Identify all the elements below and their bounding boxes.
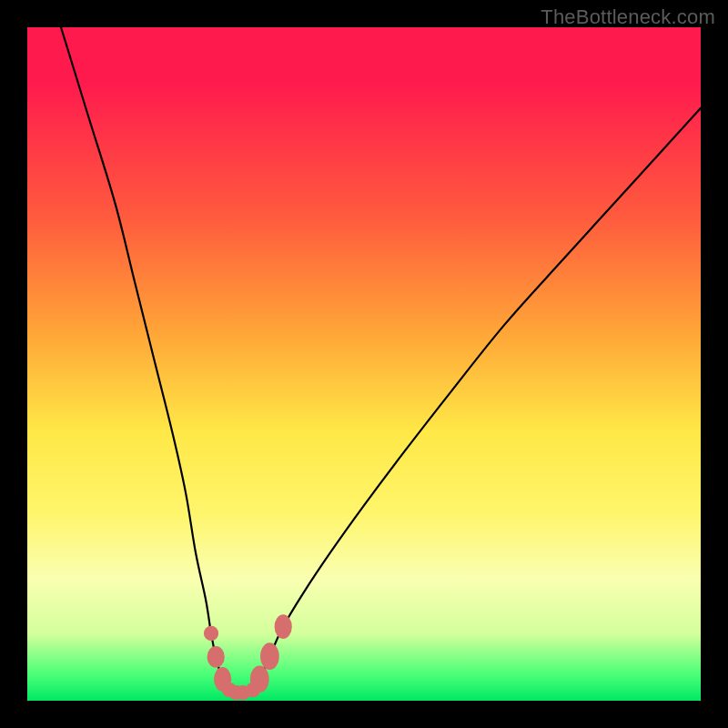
bottleneck-curve — [61, 27, 701, 693]
chart-frame: TheBottleneck.com — [0, 0, 728, 728]
plot-area — [27, 27, 701, 701]
chart-svg — [27, 27, 701, 701]
watermark-text: TheBottleneck.com — [541, 5, 715, 29]
markers-group — [204, 614, 292, 700]
marker-left-upper — [204, 626, 218, 641]
marker-right-low — [250, 666, 269, 693]
marker-left-mid — [207, 646, 225, 668]
marker-right-upper — [275, 614, 292, 639]
marker-right-mid — [260, 642, 279, 670]
